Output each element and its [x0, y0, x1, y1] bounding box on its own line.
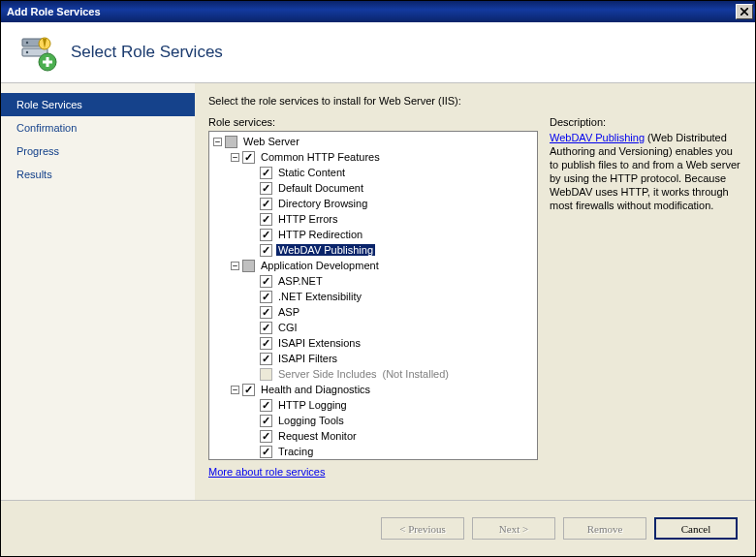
checkbox[interactable]: [260, 337, 272, 350]
sidebar-item-progress[interactable]: Progress: [1, 139, 195, 163]
tree-node[interactable]: −Health and Diagnostics: [209, 382, 537, 397]
close-button[interactable]: [736, 4, 753, 19]
collapse-icon[interactable]: −: [231, 153, 239, 162]
tree-node-label[interactable]: Request Monitor: [276, 430, 359, 442]
checkbox[interactable]: [242, 260, 255, 272]
collapse-icon[interactable]: −: [213, 138, 222, 146]
tree-node[interactable]: Logging Tools: [209, 413, 537, 428]
tree-node-label[interactable]: ASP: [276, 306, 301, 318]
sidebar-item-role-services[interactable]: Role Services: [1, 93, 195, 116]
checkbox[interactable]: [260, 182, 272, 195]
more-about-link[interactable]: More about role services: [208, 466, 325, 478]
tree-node-label[interactable]: ISAPI Filters: [276, 353, 339, 364]
description-body: (Web Distributed Authoring and Versionin…: [550, 132, 740, 211]
checkbox[interactable]: [260, 244, 272, 257]
checkbox: [260, 368, 272, 381]
tree-node-label[interactable]: CGI: [276, 322, 299, 333]
tree-node[interactable]: ISAPI Extensions: [209, 335, 537, 351]
tree-node[interactable]: CGI: [209, 320, 537, 335]
tree-node[interactable]: HTTP Redirection: [209, 227, 537, 242]
checkbox[interactable]: [225, 136, 237, 148]
page-title: Select Role Services: [71, 43, 223, 62]
checkbox[interactable]: [260, 322, 272, 334]
cancel-button[interactable]: Cancel: [654, 517, 738, 540]
title-bar: Add Role Services: [1, 1, 755, 22]
tree-node[interactable]: −Web Server: [209, 134, 537, 149]
previous-button[interactable]: < Previous: [381, 517, 464, 540]
checkbox[interactable]: [260, 198, 272, 210]
tree-node[interactable]: Directory Browsing: [209, 196, 537, 211]
collapse-icon[interactable]: −: [231, 262, 239, 270]
tree-node[interactable]: HTTP Logging: [209, 397, 537, 413]
remove-button[interactable]: Remove: [563, 517, 646, 540]
checkbox[interactable]: [260, 430, 272, 443]
checkbox[interactable]: [242, 151, 255, 164]
checkbox[interactable]: [260, 229, 272, 241]
window-title: Add Role Services: [7, 6, 736, 17]
tree-node[interactable]: ISAPI Filters: [209, 351, 537, 366]
tree-node[interactable]: WebDAV Publishing: [209, 242, 537, 258]
wizard-steps-sidebar: Role ServicesConfirmationProgressResults: [1, 83, 195, 500]
tree-node[interactable]: Default Document: [209, 180, 537, 196]
tree-node-label[interactable]: HTTP Redirection: [276, 229, 364, 240]
tree-node-label[interactable]: Application Development: [259, 260, 381, 271]
tree-node-label[interactable]: Static Content: [276, 167, 347, 178]
tree-node-label[interactable]: ASP.NET: [276, 275, 325, 287]
tree-node[interactable]: −Common HTTP Features: [209, 149, 537, 165]
checkbox[interactable]: [260, 306, 272, 319]
collapse-icon[interactable]: −: [231, 386, 239, 394]
tree-node-label[interactable]: Server Side Includes: [276, 368, 379, 380]
description-text: WebDAV Publishing (Web Distributed Autho…: [550, 131, 741, 212]
next-button[interactable]: Next >: [472, 517, 555, 540]
role-services-tree[interactable]: −Web Server−Common HTTP FeaturesStatic C…: [208, 131, 538, 460]
checkbox[interactable]: [260, 167, 272, 179]
tree-node[interactable]: Static Content: [209, 165, 537, 180]
svg-point-3: [26, 51, 28, 53]
tree-node[interactable]: Request Monitor: [209, 428, 537, 444]
description-label: Description:: [550, 116, 741, 128]
checkbox[interactable]: [260, 446, 272, 458]
tree-node[interactable]: −Application Development: [209, 258, 537, 273]
tree-node-label[interactable]: Health and Diagnostics: [259, 384, 372, 395]
tree-node-label[interactable]: Directory Browsing: [276, 198, 369, 209]
tree-node-label[interactable]: .NET Extensibility: [276, 291, 363, 302]
tree-node-label[interactable]: HTTP Errors: [276, 213, 340, 225]
checkbox[interactable]: [260, 275, 272, 288]
sidebar-item-confirmation[interactable]: Confirmation: [1, 116, 195, 139]
not-installed-label: (Not Installed): [383, 368, 449, 380]
tree-node[interactable]: HTTP Errors: [209, 211, 537, 227]
svg-point-2: [26, 42, 28, 44]
server-role-icon: [18, 33, 57, 72]
tree-node-label[interactable]: HTTP Logging: [276, 399, 349, 411]
checkbox[interactable]: [260, 415, 272, 427]
tree-node-label[interactable]: Tracing: [276, 446, 315, 457]
wizard-header: Select Role Services: [1, 22, 755, 83]
role-services-label: Role services:: [208, 116, 538, 128]
tree-node-label[interactable]: Common HTTP Features: [259, 151, 382, 163]
checkbox[interactable]: [260, 353, 272, 365]
checkbox[interactable]: [260, 213, 272, 226]
instruction-text: Select the role services to install for …: [208, 95, 741, 107]
tree-node-label[interactable]: Web Server: [241, 136, 301, 147]
sidebar-item-results[interactable]: Results: [1, 163, 195, 186]
tree-node-label[interactable]: Logging Tools: [276, 415, 346, 426]
tree-node[interactable]: .NET Extensibility: [209, 289, 537, 304]
tree-node-label[interactable]: WebDAV Publishing: [276, 244, 375, 256]
checkbox[interactable]: [260, 291, 272, 303]
tree-node-label[interactable]: Default Document: [276, 182, 365, 194]
checkbox[interactable]: [242, 384, 255, 396]
checkbox[interactable]: [260, 399, 272, 412]
tree-node[interactable]: ASP.NET: [209, 273, 537, 289]
tree-node[interactable]: ASP: [209, 304, 537, 320]
wizard-footer: < Previous Next > Remove Cancel: [1, 500, 755, 556]
tree-node[interactable]: Tracing: [209, 444, 537, 459]
main-panel: Select the role services to install for …: [195, 83, 755, 500]
description-link[interactable]: WebDAV Publishing: [550, 132, 645, 143]
tree-node-label[interactable]: ISAPI Extensions: [276, 337, 362, 349]
tree-node[interactable]: Server Side Includes(Not Installed): [209, 366, 537, 382]
